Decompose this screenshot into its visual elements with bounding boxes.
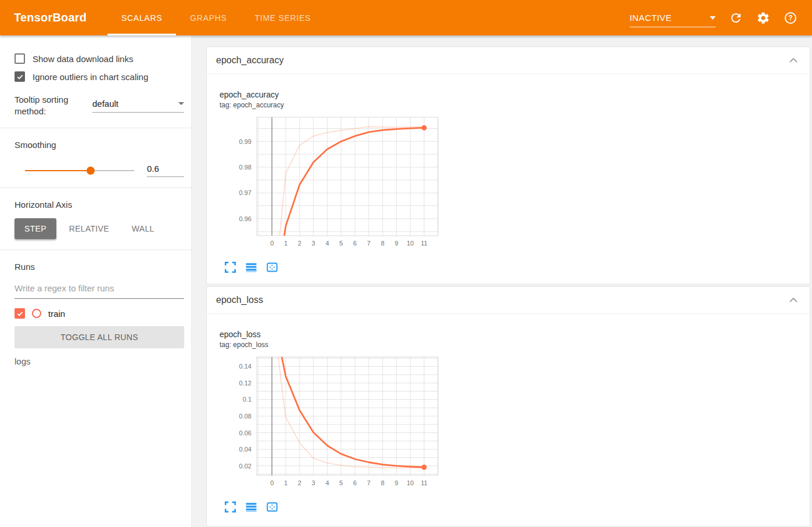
collapse-card-button[interactable] — [787, 56, 800, 65]
fit-domain-icon[interactable] — [267, 501, 278, 512]
run-train-checkbox[interactable] — [15, 308, 25, 319]
chart-tag: tag: epoch_loss — [220, 341, 810, 349]
settings-sidebar: Show data download links Ignore outliers… — [0, 35, 192, 527]
runs-section: Runs train TOGGLE ALL RUNS logs — [0, 262, 191, 377]
logs-directory-label: logs — [15, 356, 184, 366]
svg-text:11: 11 — [421, 240, 427, 247]
svg-text:0.14: 0.14 — [239, 363, 251, 370]
smoothing-section: Smoothing 0.6 — [0, 140, 191, 187]
svg-text:0.08: 0.08 — [239, 413, 251, 420]
horizontal-axis-label: Horizontal Axis — [15, 200, 184, 210]
show-download-links-row: Show data download links — [15, 53, 184, 64]
card-body: epoch_accuracy tag: epoch_accuracy 0.960… — [207, 74, 810, 273]
chevron-up-icon — [789, 58, 797, 63]
svg-text:0.99: 0.99 — [239, 138, 251, 145]
ignore-outliers-label: Ignore outliers in chart scaling — [33, 72, 148, 82]
slider-thumb[interactable] — [87, 167, 95, 175]
gear-icon[interactable] — [756, 11, 770, 25]
svg-text:0.97: 0.97 — [239, 189, 251, 196]
run-color-swatch — [32, 309, 41, 318]
smoothing-value-input[interactable]: 0.6 — [147, 164, 184, 177]
chart-actions — [225, 501, 810, 512]
svg-text:5: 5 — [339, 479, 343, 486]
svg-text:3: 3 — [312, 240, 315, 247]
smoothing-label: Smoothing — [15, 140, 184, 150]
tooltip-sorting-value: default — [92, 99, 118, 109]
sidebar-divider — [0, 250, 191, 250]
svg-text:9: 9 — [394, 240, 398, 247]
svg-text:0.12: 0.12 — [239, 380, 251, 387]
ignore-outliers-row: Ignore outliers in chart scaling — [15, 71, 184, 82]
accuracy-line-chart[interactable]: 0.960.970.980.9901234567891011 — [220, 114, 443, 258]
toggle-y-axis-icon[interactable] — [246, 262, 257, 273]
card-epoch-loss: epoch_loss epoch_loss tag: epoch_loss 0.… — [206, 286, 810, 527]
svg-text:2: 2 — [298, 240, 301, 247]
svg-text:3: 3 — [312, 479, 315, 486]
tensorboard-app: TensorBoard SCALARS GRAPHS TIME SERIES I… — [0, 0, 812, 527]
tab-time-series[interactable]: TIME SERIES — [241, 0, 325, 35]
ignore-outliers-checkbox[interactable] — [15, 71, 25, 82]
fit-domain-icon[interactable] — [267, 262, 278, 273]
general-settings-section: Show data download links Ignore outliers… — [0, 53, 191, 128]
svg-text:4: 4 — [325, 240, 329, 247]
help-icon[interactable]: ? — [784, 11, 797, 25]
svg-text:1: 1 — [284, 479, 288, 486]
svg-text:10: 10 — [407, 240, 414, 247]
svg-text:8: 8 — [381, 240, 385, 247]
svg-text:2: 2 — [298, 479, 301, 486]
show-download-links-checkbox[interactable] — [15, 53, 25, 64]
refresh-icon[interactable] — [729, 11, 743, 25]
check-icon — [17, 311, 23, 317]
sidebar-divider — [0, 128, 191, 128]
axis-relative-button[interactable]: RELATIVE — [59, 218, 119, 239]
collapse-card-button[interactable] — [787, 295, 800, 305]
svg-text:11: 11 — [421, 479, 427, 486]
sidebar-divider — [0, 187, 191, 188]
runs-filter-input[interactable] — [15, 280, 184, 299]
show-download-links-label: Show data download links — [33, 54, 133, 64]
svg-text:0.04: 0.04 — [239, 446, 251, 453]
svg-text:7: 7 — [367, 479, 371, 486]
svg-text:0.96: 0.96 — [239, 215, 251, 222]
svg-text:0: 0 — [270, 240, 274, 247]
run-name-label: train — [48, 309, 65, 319]
status-dropdown[interactable]: INACTIVE — [630, 13, 716, 27]
toggle-y-axis-icon[interactable] — [246, 501, 257, 512]
card-epoch-accuracy: epoch_accuracy epoch_accuracy tag: epoch… — [206, 46, 810, 284]
svg-text:0.02: 0.02 — [239, 463, 251, 470]
loss-line-chart[interactable]: 0.020.040.060.080.10.120.140123456789101… — [220, 353, 443, 497]
svg-text:7: 7 — [367, 240, 371, 247]
smoothing-slider[interactable] — [25, 170, 134, 171]
chevron-down-icon — [178, 102, 184, 105]
tooltip-sorting-label: Tooltip sorting method: — [15, 94, 80, 117]
active-tab-indicator — [107, 34, 176, 35]
tooltip-sorting-select[interactable]: default — [92, 99, 184, 113]
expand-chart-icon[interactable] — [225, 501, 236, 512]
card-title: epoch_accuracy — [216, 55, 284, 66]
chart-tag: tag: epoch_accuracy — [220, 101, 810, 109]
check-icon — [17, 74, 23, 80]
axis-button-group: STEP RELATIVE WALL — [15, 218, 184, 239]
svg-text:8: 8 — [381, 479, 385, 486]
svg-text:6: 6 — [353, 479, 357, 486]
chart-actions — [225, 262, 810, 273]
chart-title: epoch_loss — [220, 330, 810, 339]
chevron-down-icon — [710, 16, 716, 20]
toggle-all-runs-button[interactable]: TOGGLE ALL RUNS — [15, 326, 184, 348]
expand-chart-icon[interactable] — [225, 262, 236, 273]
svg-text:4: 4 — [325, 479, 329, 486]
tooltip-sorting-row: Tooltip sorting method: default — [15, 94, 184, 117]
horizontal-axis-section: Horizontal Axis STEP RELATIVE WALL — [0, 200, 191, 250]
tab-graphs[interactable]: GRAPHS — [176, 0, 240, 35]
run-row-train: train — [15, 308, 184, 319]
card-header: epoch_loss — [207, 287, 810, 314]
svg-text:6: 6 — [353, 240, 357, 247]
svg-text:5: 5 — [339, 240, 343, 247]
app-header: TensorBoard SCALARS GRAPHS TIME SERIES I… — [0, 0, 812, 35]
main-tabs: SCALARS GRAPHS TIME SERIES — [107, 0, 325, 35]
axis-wall-button[interactable]: WALL — [122, 218, 164, 239]
chevron-up-icon — [789, 298, 797, 302]
axis-step-button[interactable]: STEP — [15, 218, 56, 239]
svg-text:0.1: 0.1 — [243, 396, 251, 403]
tab-scalars[interactable]: SCALARS — [107, 0, 176, 35]
